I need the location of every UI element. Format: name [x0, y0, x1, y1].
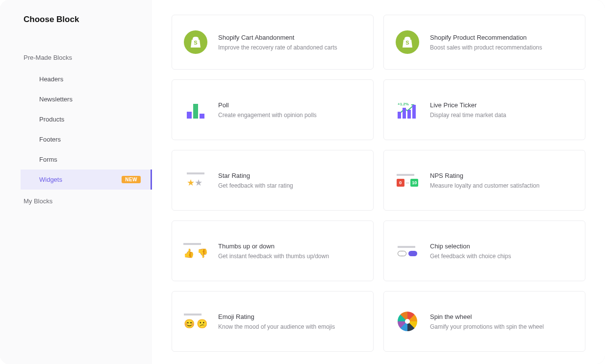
nps-icon: 0 – 10: [396, 169, 419, 192]
star-filled-icon: ★: [187, 178, 195, 188]
sidebar-item-footers[interactable]: Footers: [0, 129, 152, 149]
card-title: Shopify Cart Abandonment: [218, 34, 361, 41]
sidebar-item-newsletters[interactable]: Newsletters: [0, 89, 152, 109]
lines-icon: [397, 174, 414, 176]
sidebar-item-label: Headers: [39, 75, 63, 83]
card-title: Poll: [218, 101, 361, 109]
thumbs-up-icon: 👍: [183, 248, 194, 259]
sidebar-item-products[interactable]: Products: [0, 109, 152, 129]
thumbs-icon: 👍 👎: [184, 239, 207, 263]
widget-card-shopify-rec[interactable]: S Shopify Product Recommendation Boost s…: [383, 15, 585, 70]
card-title: Emoji Rating: [218, 313, 361, 320]
card-title: Shopify Product Recommendation: [430, 34, 573, 41]
card-text: Chip selection Get feedback with choice …: [430, 243, 573, 260]
widget-card-emoji[interactable]: 😊 😕 Emoji Rating Know the mood of your a…: [172, 291, 374, 352]
sidebar-item-label: Products: [39, 116, 64, 123]
card-text: Poll Create engagement with opinion poll…: [218, 101, 361, 119]
sidebar-title: Choose Block: [0, 15, 152, 24]
card-desc: Display real time market data: [430, 112, 573, 119]
card-title: NPS Rating: [430, 172, 573, 179]
nps-dash: –: [406, 179, 409, 186]
svg-text:S: S: [194, 40, 197, 46]
emoji-rating-icon: 😊 😕: [184, 310, 207, 333]
card-text: Thumbs up or down Get instant feedback w…: [218, 243, 361, 260]
card-desc: Boost sales with product recommendations: [430, 44, 573, 51]
sidebar-item-widgets[interactable]: Widgets NEW: [21, 170, 152, 190]
poll-icon: [184, 98, 207, 121]
shopify-icon: S: [184, 30, 207, 54]
chip-outline-icon: [398, 251, 406, 256]
shopify-bag-icon: S: [402, 36, 413, 49]
widget-card-wheel[interactable]: Spin the wheel Gamify your promotions wi…: [383, 291, 585, 352]
nps-high-box: 10: [410, 179, 418, 187]
widget-card-thumbs[interactable]: 👍 👎 Thumbs up or down Get instant feedba…: [172, 220, 374, 281]
sidebar-section-premade[interactable]: Pre-Made Blocks: [0, 49, 152, 66]
app-frame: Choose Block Pre-Made Blocks Headers New…: [0, 0, 605, 364]
sidebar-item-label: Widgets: [39, 176, 62, 183]
card-title: Spin the wheel: [430, 313, 573, 320]
widget-card-poll[interactable]: Poll Create engagement with opinion poll…: [172, 79, 374, 140]
sidebar-items: Headers Newsletters Products Footers For…: [0, 69, 152, 190]
lines-icon: [184, 314, 202, 315]
card-desc: Gamify your promotions with spin the whe…: [430, 323, 573, 330]
sidebar-item-forms[interactable]: Forms: [0, 149, 152, 170]
shopify-bag-icon: S: [190, 36, 202, 49]
card-text: NPS Rating Measure loyalty and customer …: [430, 172, 573, 189]
sidebar-item-label: Footers: [39, 136, 61, 143]
widget-card-shopify-cart[interactable]: S Shopify Cart Abandonment Improve the r…: [172, 15, 374, 70]
card-text: Emoji Rating Know the mood of your audie…: [218, 313, 361, 330]
svg-text:S: S: [405, 40, 409, 46]
badge-new: NEW: [122, 176, 141, 183]
card-desc: Get feedback with star rating: [218, 182, 361, 189]
card-desc: Know the mood of your audience with emoj…: [218, 323, 361, 330]
lines-icon: [183, 243, 201, 245]
star-empty-icon: ★: [195, 178, 202, 188]
widget-grid: S Shopify Cart Abandonment Improve the r…: [172, 15, 585, 352]
widget-card-star[interactable]: ★★ Star Rating Get feedback with star ra…: [172, 150, 374, 211]
card-text: Shopify Cart Abandonment Improve the rec…: [218, 34, 361, 51]
shopify-icon: S: [396, 30, 419, 54]
emoji-sad-icon: 😕: [197, 318, 207, 329]
card-desc: Get feedback with choice chips: [430, 253, 573, 260]
lines-icon: [187, 172, 204, 174]
sidebar-item-label: Newsletters: [39, 96, 73, 103]
card-title: Star Rating: [218, 172, 361, 179]
card-title: Thumbs up or down: [218, 243, 361, 250]
card-desc: Measure loyalty and customer satisfactio…: [430, 182, 573, 189]
widget-card-ticker[interactable]: +1.2% Live Price Ticker Display real tim…: [383, 79, 585, 140]
ticker-icon: +1.2%: [396, 98, 419, 121]
card-text: Spin the wheel Gamify your promotions wi…: [430, 313, 573, 330]
card-text: Live Price Ticker Display real time mark…: [430, 101, 573, 119]
sidebar: Choose Block Pre-Made Blocks Headers New…: [0, 0, 152, 364]
lines-icon: [398, 246, 415, 248]
chip-icon: [396, 239, 419, 263]
sidebar-section-myblocks[interactable]: My Blocks: [0, 193, 152, 210]
card-text: Shopify Product Recommendation Boost sal…: [430, 34, 573, 51]
card-text: Star Rating Get feedback with star ratin…: [218, 172, 361, 189]
card-desc: Improve the recovery rate of abandoned c…: [218, 44, 361, 51]
sidebar-item-label: Forms: [39, 156, 57, 163]
chip-filled-icon: [408, 251, 417, 256]
thumbs-down-icon: 👎: [197, 248, 208, 259]
spin-wheel-icon: [396, 310, 419, 333]
emoji-happy-icon: 😊: [184, 318, 195, 329]
star-rating-icon: ★★: [184, 169, 207, 192]
widget-card-chip[interactable]: Chip selection Get feedback with choice …: [383, 220, 585, 281]
card-desc: Get instant feedback with thumbs up/down: [218, 253, 361, 260]
main-content: S Shopify Cart Abandonment Improve the r…: [152, 0, 605, 364]
card-desc: Create engagement with opinion polls: [218, 112, 361, 119]
card-title: Live Price Ticker: [430, 101, 573, 109]
card-title: Chip selection: [430, 243, 573, 250]
nps-low-box: 0: [397, 179, 404, 187]
widget-card-nps[interactable]: 0 – 10 NPS Rating Measure loyalty and cu…: [383, 150, 585, 211]
sidebar-item-headers[interactable]: Headers: [0, 69, 152, 89]
